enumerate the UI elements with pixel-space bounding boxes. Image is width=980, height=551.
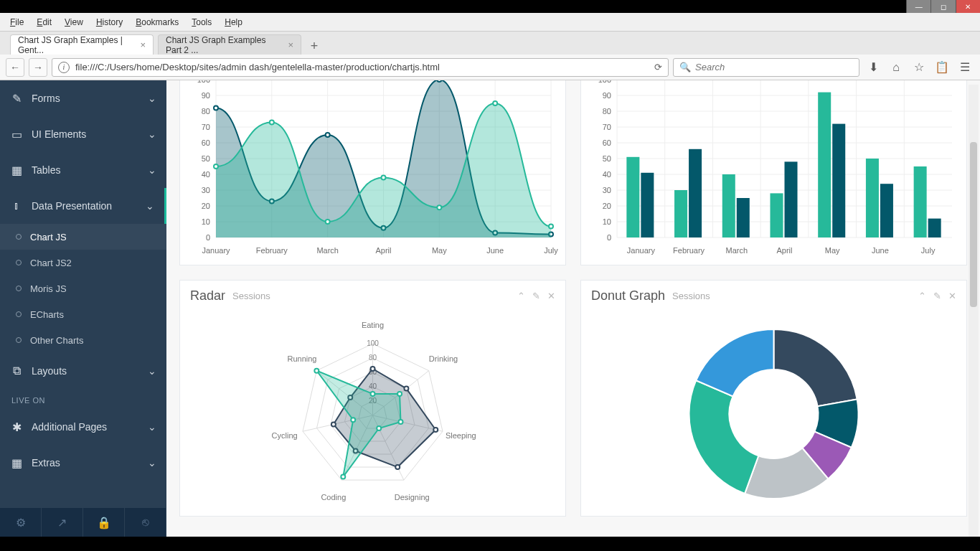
sidebar-footer-icon[interactable]: ⎋ xyxy=(125,508,166,537)
svg-text:January: January xyxy=(627,246,656,255)
sidebar-item-data-presentation[interactable]: ⫾Data Presentation xyxy=(0,188,166,224)
svg-point-127 xyxy=(433,428,438,432)
new-tab-button[interactable]: + xyxy=(306,37,323,55)
svg-point-36 xyxy=(214,106,218,110)
home-icon[interactable]: ⌂ xyxy=(887,61,905,74)
svg-text:Cycling: Cycling xyxy=(272,431,298,440)
svg-rect-83 xyxy=(737,198,750,237)
menu-tools[interactable]: Tools xyxy=(186,17,217,27)
svg-text:100: 100 xyxy=(598,80,611,84)
svg-point-38 xyxy=(326,133,330,137)
menu-bookmarks[interactable]: Bookmarks xyxy=(130,17,184,27)
svg-point-47 xyxy=(437,205,441,209)
sidebar-item-label: UI Elements xyxy=(32,128,86,140)
radar-chart: 20406080100EatingDrinkingSleepingDesigni… xyxy=(180,311,565,512)
menu-view[interactable]: View xyxy=(59,17,89,27)
menu-file[interactable]: File xyxy=(4,17,29,27)
tab-label: Chart JS Graph Examples Part 2 ... xyxy=(166,35,282,55)
menu-hamburger-icon[interactable]: ☰ xyxy=(956,60,974,74)
svg-point-45 xyxy=(326,220,330,224)
sidebar-subitem-chart-js[interactable]: Chart JS xyxy=(0,224,166,250)
browser-tab[interactable]: Chart JS Graph Examples | Gent...× xyxy=(10,34,154,55)
menu-edit[interactable]: Edit xyxy=(31,17,57,27)
svg-text:April: April xyxy=(776,246,792,255)
svg-text:90: 90 xyxy=(603,91,611,100)
sidebar-item-extras[interactable]: ▦Extras xyxy=(0,445,166,481)
sidebar-item-icon: ▦ xyxy=(10,164,23,177)
svg-point-128 xyxy=(395,465,400,469)
sidebar-subitem-moris-js[interactable]: Moris JS xyxy=(0,276,166,301)
panel-collapse-icon[interactable]: ⌃ xyxy=(517,291,525,301)
sidebar-item-layouts[interactable]: ⧉Layouts xyxy=(0,353,166,389)
sidebar-subitem-chart-js2[interactable]: Chart JS2 xyxy=(0,250,166,276)
panel-wrench-icon[interactable]: ✎ xyxy=(933,291,941,301)
address-bar[interactable]: i ⟳ xyxy=(52,58,669,77)
sidebar-subitem-other-charts[interactable]: Other Charts xyxy=(0,327,166,353)
tab-close-icon[interactable]: × xyxy=(140,39,146,50)
browser-toolbar: ← → i ⟳ 🔍 ⬇ ⌂ ☆ 📋 ☰ xyxy=(0,55,980,80)
url-input[interactable] xyxy=(75,62,649,72)
sidebar: ✎Forms▭UI Elements▦Tables⫾Data Presentat… xyxy=(0,80,166,537)
svg-text:10: 10 xyxy=(603,217,611,226)
sidebar-item-icon: ⧉ xyxy=(10,364,23,377)
panel-close-icon[interactable]: ✕ xyxy=(948,291,956,301)
svg-text:May: May xyxy=(825,246,840,255)
svg-text:Designing: Designing xyxy=(395,493,430,501)
sidebar-item-ui-elements[interactable]: ▭UI Elements xyxy=(0,116,166,152)
scrollbar-vertical[interactable] xyxy=(969,85,979,537)
svg-text:20: 20 xyxy=(603,202,611,210)
svg-text:Coding: Coding xyxy=(321,493,346,501)
svg-text:Sleeping: Sleeping xyxy=(446,431,476,440)
svg-text:Drinking: Drinking xyxy=(429,354,458,363)
panel-close-icon[interactable]: ✕ xyxy=(547,291,555,301)
svg-rect-82 xyxy=(722,174,735,237)
svg-rect-91 xyxy=(832,124,845,237)
svg-rect-75 xyxy=(641,173,654,237)
downloads-icon[interactable]: ⬇ xyxy=(864,60,882,74)
forward-button[interactable]: → xyxy=(29,58,47,77)
svg-text:July: July xyxy=(544,246,558,255)
browser-tab[interactable]: Chart JS Graph Examples Part 2 ...× xyxy=(158,34,301,55)
svg-point-43 xyxy=(214,164,218,169)
sidebar-item-additional-pages[interactable]: ✱Additional Pages xyxy=(0,409,166,445)
search-input[interactable] xyxy=(695,62,853,72)
svg-rect-74 xyxy=(626,157,639,237)
search-bar[interactable]: 🔍 xyxy=(673,58,859,77)
library-icon[interactable]: 📋 xyxy=(933,60,951,74)
site-info-icon[interactable]: i xyxy=(58,62,70,73)
window-minimize-button[interactable]: — xyxy=(906,0,930,13)
menu-help[interactable]: Help xyxy=(219,17,248,27)
svg-rect-87 xyxy=(785,161,798,237)
svg-point-126 xyxy=(404,387,408,391)
svg-text:30: 30 xyxy=(603,186,611,194)
line-chart-panel: 0102030405060708090100JanuaryFebruaryMar… xyxy=(179,80,566,265)
sidebar-subitem-echarts[interactable]: ECharts xyxy=(0,301,166,327)
menu-history[interactable]: History xyxy=(90,17,128,27)
svg-text:Running: Running xyxy=(287,354,316,363)
bookmark-star-icon[interactable]: ☆ xyxy=(910,60,928,74)
sidebar-item-forms[interactable]: ✎Forms xyxy=(0,80,166,116)
tab-close-icon[interactable]: × xyxy=(288,39,293,50)
panel-collapse-icon[interactable]: ⌃ xyxy=(918,291,926,301)
browser-tabbar: Chart JS Graph Examples | Gent...×Chart … xyxy=(0,32,980,55)
sidebar-item-icon: ▭ xyxy=(10,128,23,141)
svg-text:50: 50 xyxy=(603,154,611,163)
svg-rect-98 xyxy=(914,166,927,237)
donut-subtitle: Sessions xyxy=(672,291,710,301)
svg-text:0: 0 xyxy=(607,233,611,242)
panel-wrench-icon[interactable]: ✎ xyxy=(532,291,540,301)
window-close-button[interactable]: ✕ xyxy=(956,0,980,13)
svg-text:40: 40 xyxy=(202,170,210,179)
radar-panel: Radar Sessions ⌃ ✎ ✕ 20406080100EatingDr… xyxy=(179,280,566,517)
back-button[interactable]: ← xyxy=(6,58,24,77)
sidebar-item-tables[interactable]: ▦Tables xyxy=(0,152,166,188)
sidebar-footer-icon[interactable]: ↗ xyxy=(42,508,83,537)
svg-point-133 xyxy=(371,392,375,396)
svg-point-49 xyxy=(549,225,553,229)
svg-rect-94 xyxy=(866,159,879,237)
reload-icon[interactable]: ⟳ xyxy=(654,62,662,72)
window-maximize-button[interactable]: ◻ xyxy=(930,0,955,13)
svg-rect-99 xyxy=(928,219,941,237)
sidebar-footer-icon[interactable]: ⚙ xyxy=(0,508,42,537)
sidebar-footer-icon[interactable]: 🔒 xyxy=(83,508,125,537)
